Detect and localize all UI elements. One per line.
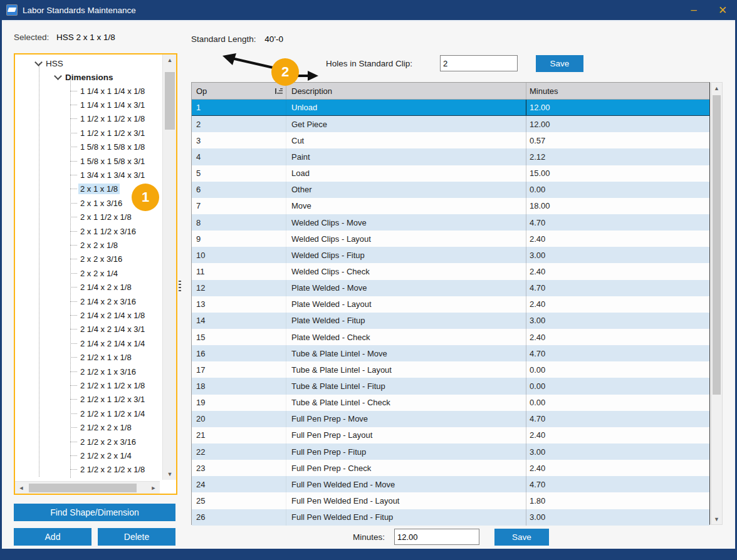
holes-in-standard-clip-input[interactable] [440,55,518,71]
tree-connector [70,455,77,456]
table-row[interactable]: 13 Plate Welded - Layout 2.40 [192,296,709,313]
save-minutes-button[interactable]: Save [494,529,549,546]
table-row[interactable]: 20 Full Pen Prep - Move 4.70 [192,411,709,427]
table-vertical-scrollbar[interactable]: ▲ ▼ [711,82,723,525]
tree-item[interactable]: 2 1/4 x 2 1/4 x 3/1 [70,323,147,336]
description-cell: Tube & Plate Lintel - Fitup [286,378,526,394]
tree-item[interactable]: 2 1/2 x 1 1/2 x 1/4 [70,407,147,420]
tree-connector [70,427,77,428]
add-button[interactable]: Add [14,528,91,546]
tree-item[interactable]: 2 x 1 x 1/8 [70,182,120,196]
table-row[interactable]: 1 Unload 12.00 [192,100,709,116]
panel-splitter-handle[interactable] [179,281,181,292]
op-cell: 26 [192,509,286,526]
tree-item[interactable]: 2 1/2 x 2 x 1/4 [70,449,133,462]
scroll-up-button[interactable]: ▲ [711,83,722,93]
chevron-down-icon[interactable] [54,72,62,80]
tree-item[interactable]: 2 x 2 x 1/4 [70,266,120,280]
save-holes-button[interactable]: Save [536,55,583,72]
tree-item[interactable]: 2 x 1 1/2 x 1/8 [70,210,133,224]
tree-item[interactable]: 2 1/2 x 2 x 3/16 [70,435,138,449]
scroll-left-button[interactable]: ◄ [15,482,28,494]
description-cell: Welded Clips - Layout [286,231,526,247]
table-row[interactable]: 24 Full Pen Welded End - Move 4.70 [192,476,709,492]
tree-item[interactable]: 2 1/4 x 2 1/4 x 1/4 [70,336,147,350]
find-shape-dimension-button[interactable]: Find Shape/Dimension [14,504,175,521]
description-cell: Tube & Plate Lintel - Check [286,395,526,411]
scrollbar-thumb[interactable] [29,484,137,492]
description-cell: Full Pen Welded End - Move [286,476,526,492]
tree-item[interactable]: 2 1/4 x 2 x 3/16 [70,294,138,308]
table-row[interactable]: 21 Full Pen Prep - Layout 2.40 [192,427,709,443]
op-cell: 5 [192,165,286,182]
tree-item[interactable]: 2 1/2 x 1 x 3/16 [70,365,138,378]
description-cell: Full Pen Prep - Move [286,411,526,427]
shape-dimension-tree: HSS Dimensions 1 1/4 x 1 1/4 x 1/8 1 1/4… [14,53,177,495]
table-row[interactable]: 4 Paint 2.12 [192,148,709,165]
scroll-down-button[interactable]: ▼ [711,514,722,524]
table-row[interactable]: 23 Full Pen Prep - Check 2.40 [192,460,709,476]
op-cell: 24 [192,476,286,492]
table-row[interactable]: 22 Full Pen Prep - Fitup 3.00 [192,443,709,460]
table-row[interactable]: 2 Get Piece 12.00 [192,116,709,132]
table-row[interactable]: 10 Welded Clips - Fitup 3.00 [192,247,709,263]
op-cell: 16 [192,345,286,361]
minimize-button[interactable]: – [679,0,708,20]
tree-item[interactable]: 1 1/2 x 1 1/2 x 1/8 [70,112,147,126]
table-row[interactable]: 16 Tube & Plate Lintel - Move 4.70 [192,345,709,361]
scrollbar-thumb[interactable] [165,72,175,130]
table-row[interactable]: 7 Move 18.00 [192,198,709,214]
table-row[interactable]: 15 Plate Welded - Check 2.40 [192,329,709,345]
minutes-cell: 2.40 [526,296,709,313]
table-row[interactable]: 17 Tube & Plate Lintel - Layout 0.00 [192,361,709,378]
chevron-down-icon[interactable] [34,58,43,66]
tree-item[interactable]: 2 1/2 x 1 1/2 x 1/8 [70,378,147,392]
tree-item[interactable]: 1 5/8 x 1 5/8 x 3/1 [70,154,147,168]
tree-connector [70,273,77,274]
tree-item[interactable]: 2 1/4 x 2 1/4 x 1/8 [70,308,147,322]
tree-item[interactable]: 2 x 1 1/2 x 3/16 [70,224,138,238]
tree-item[interactable]: 1 1/4 x 1 1/4 x 3/1 [70,98,147,111]
tree-node-hss[interactable]: HSS [36,56,63,70]
tree-horizontal-scrollbar[interactable]: ◄ ► [15,481,160,494]
table-row[interactable]: 3 Cut 0.57 [192,132,709,148]
table-row[interactable]: 11 Welded Clips - Check 2.40 [192,263,709,279]
tree-item[interactable]: 2 1/4 x 2 x 1/8 [70,281,133,294]
tree-item[interactable]: 1 5/8 x 1 5/8 x 1/8 [70,140,147,154]
tree-item[interactable]: 2 x 2 x 1/8 [70,238,120,252]
table-row[interactable]: 6 Other 0.00 [192,182,709,198]
table-row[interactable]: 5 Load 15.00 [192,165,709,182]
tree-node-dimensions[interactable]: Dimensions [55,70,113,84]
scrollbar-thumb[interactable] [713,95,721,395]
table-row[interactable]: 14 Plate Welded - Fitup 3.00 [192,313,709,329]
tree-item[interactable]: 2 1/2 x 2 1/2 x 1/8 [70,463,147,477]
op-cell: 14 [192,313,286,329]
scroll-up-button[interactable]: ▲ [163,54,177,66]
table-row[interactable]: 26 Full Pen Welded End - Fitup 3.00 [192,509,709,526]
tree-item[interactable]: 1 3/4 x 1 3/4 x 3/1 [70,168,147,182]
op-cell: 19 [192,395,286,411]
minutes-input[interactable] [394,529,479,545]
table-row[interactable]: 8 Welded Clips - Move 4.70 [192,214,709,231]
table-row[interactable]: 12 Plate Welded - Move 4.70 [192,280,709,296]
scroll-right-button[interactable]: ► [147,482,160,494]
tree-vertical-scrollbar[interactable]: ▲ ▼ [162,54,176,480]
tree-item[interactable]: 2 x 1 x 3/16 [70,196,124,210]
tree-item[interactable]: 2 1/2 x 1 1/2 x 3/1 [70,393,147,407]
table-row[interactable]: 18 Tube & Plate Lintel - Fitup 0.00 [192,378,709,394]
scroll-down-button[interactable]: ▼ [163,469,177,480]
table-row[interactable]: 25 Full Pen Welded End - Layout 1.80 [192,492,709,509]
delete-button[interactable]: Delete [98,528,175,546]
tree-connector [70,203,77,204]
column-header-minutes[interactable]: Minutes [526,83,709,99]
tree-item[interactable]: 2 x 2 x 3/16 [70,252,124,266]
tree-item[interactable]: 2 1/2 x 2 1/2 x 3/1 [70,477,147,480]
tree-item[interactable]: 2 1/2 x 1 x 1/8 [70,351,133,365]
table-row[interactable]: 9 Welded Clips - Layout 2.40 [192,231,709,247]
table-row[interactable]: 19 Tube & Plate Lintel - Check 0.00 [192,395,709,411]
tree-item[interactable]: 1 1/4 x 1 1/4 x 1/8 [70,84,147,98]
op-cell: 9 [192,231,286,247]
tree-item[interactable]: 2 1/2 x 2 x 1/8 [70,421,133,435]
close-button[interactable]: ✕ [708,0,737,20]
tree-item[interactable]: 1 1/2 x 1 1/2 x 3/1 [70,126,147,140]
